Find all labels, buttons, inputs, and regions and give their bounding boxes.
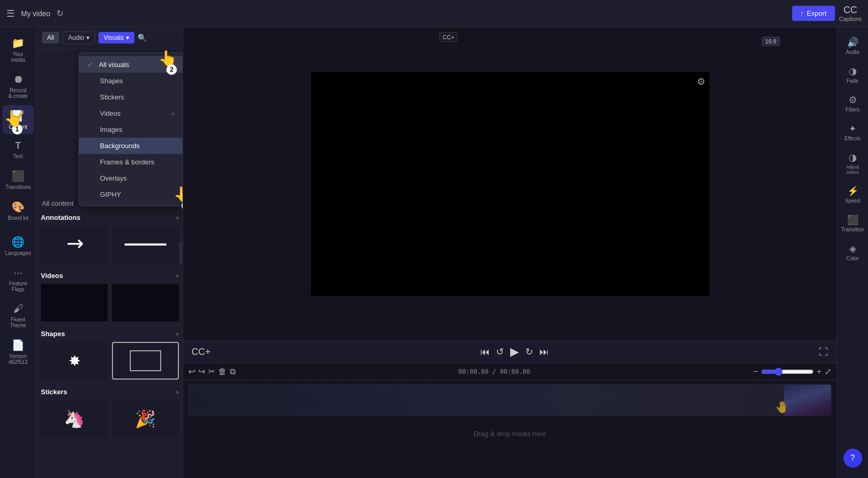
cc-overlay-button[interactable]: CC+ [439, 32, 457, 42]
timeline-tracks: 🤚 Drag & drop media here [183, 380, 837, 478]
skip-start-button[interactable]: ⏮ [480, 347, 490, 358]
panel-collapse-handle[interactable]: ‹ [179, 242, 183, 263]
right-item-fade[interactable]: ◑ Fade [839, 61, 867, 88]
sidebar-item-your-media[interactable]: 📁 Your media [3, 32, 34, 67]
captions-button[interactable]: CC Captions [839, 5, 862, 22]
annotations-title: Annotations [41, 214, 81, 221]
refresh-button[interactable]: ↻ [57, 8, 63, 18]
sidebar-item-languages[interactable]: 🌐 Languages [3, 231, 34, 260]
sidebar-label-version: Version d62f513 [6, 353, 31, 365]
fullscreen-button[interactable]: ⛶ [819, 347, 828, 358]
audio-chevron-icon: ▾ [86, 34, 89, 41]
annotation-thumb-2[interactable] [112, 226, 179, 263]
expand-timeline-button[interactable]: ⤢ [825, 366, 831, 376]
delete-button[interactable]: 🗑 [218, 367, 227, 376]
aspect-ratio-button[interactable]: 16:9 [762, 37, 780, 46]
dropdown-giphy[interactable]: GIPHY [79, 186, 183, 203]
export-icon: ↑ [801, 9, 804, 17]
dropdown-all-visuals[interactable]: ✓ All visuals [79, 56, 183, 73]
sticker-thumb-1[interactable]: 🦄 [41, 400, 108, 438]
dropdown-shapes[interactable]: Shapes [79, 73, 183, 89]
videos-section-arrow-icon[interactable]: › [176, 272, 178, 280]
sidebar-item-brand-kit[interactable]: 🎨 Brand kit [3, 196, 34, 225]
dropdown-frames-borders[interactable]: Frames & borders [79, 154, 183, 170]
zoom-out-button[interactable]: − [753, 367, 758, 376]
dropdown-backgrounds[interactable]: Backgrounds 👆 3 [79, 138, 183, 154]
right-item-adjust-colors[interactable]: ◑ Adjust colors [839, 148, 867, 179]
brand-kit-icon: 🎨 [12, 201, 25, 213]
cut-button[interactable]: ✂ [208, 366, 215, 376]
export-button[interactable]: ↑ Export [792, 6, 835, 21]
panel-search-icon[interactable]: 🔍 [138, 34, 146, 42]
sidebar-item-content[interactable]: 📝 Content [3, 105, 34, 134]
main-track[interactable]: 🤚 [188, 384, 831, 416]
right-item-effects[interactable]: ✦ Effects [839, 119, 867, 146]
dropdown-stickers[interactable]: Stickers [79, 89, 183, 105]
skip-end-button[interactable]: ⏭ [539, 347, 549, 358]
play-button[interactable]: ▶ [510, 345, 519, 359]
video-thumb-1[interactable] [41, 284, 108, 321]
tab-audio[interactable]: Audio ▾ [62, 31, 95, 44]
drag-drop-area[interactable]: Drag & drop media here [188, 418, 831, 449]
transitions-icon: ⬛ [12, 170, 25, 182]
dropdown-overlays[interactable]: Overlays [79, 170, 183, 186]
sidebar-item-version[interactable]: 📄 Version d62f513 [3, 335, 34, 369]
shapes-arrow-icon[interactable]: › [176, 330, 178, 338]
effects-label: Effects [844, 136, 860, 141]
annotation-thumb-1[interactable]: ↙ [41, 226, 108, 263]
video-canvas: ⚙ [311, 72, 709, 296]
lock-button[interactable]: ⧉ [230, 367, 235, 376]
shapes-thumbs: ✸ [41, 342, 178, 380]
video-title: My video [21, 9, 50, 18]
all-content-label: All content [42, 199, 74, 207]
sidebar-item-fluent-theme[interactable]: 🖌 Fluent Theme [3, 298, 34, 332]
sidebar-item-transitions[interactable]: ⬛ Transitions [3, 165, 34, 194]
zoom-slider[interactable] [761, 368, 814, 376]
stickers-thumbs: 🦄 🎉 [41, 400, 178, 438]
dropdown-all-visuals-label: All visuals [99, 61, 129, 69]
videos-title: Videos [41, 272, 63, 280]
right-item-audio[interactable]: 🔊 Audio [839, 32, 867, 59]
your-media-icon: 📁 [12, 37, 25, 49]
sidebar-item-text[interactable]: T Text [3, 136, 34, 163]
redo-button[interactable]: ↪ [198, 366, 205, 376]
dropdown-videos[interactable]: Videos › [79, 105, 183, 121]
right-item-filters[interactable]: ⚙ Filters [839, 90, 867, 117]
speed-icon: ⚡ [847, 185, 859, 197]
dropdown-giphy-label: GIPHY [100, 191, 121, 198]
panel: All Audio ▾ Visuals ▾ 🔍 👆 2 ✓ All visual… [37, 27, 183, 478]
timeline: ↩ ↪ ✂ 🗑 ⧉ 00:00.00 / 00:00.00 − + ⤢ [183, 363, 837, 478]
help-button[interactable]: ? [843, 449, 862, 468]
right-sidebar: 🔊 Audio ◑ Fade ⚙ Filters ✦ Effects ◑ Adj… [837, 27, 868, 478]
cc-button[interactable]: CC+ [191, 347, 211, 358]
shape-thumb-2[interactable] [112, 342, 179, 380]
shape-thumb-1[interactable]: ✸ [41, 342, 108, 380]
dropdown-images[interactable]: Images [79, 121, 183, 138]
annotations-arrow-icon[interactable]: › [176, 214, 178, 221]
sticker-thumb-2[interactable]: 🎉 [112, 400, 179, 438]
video-settings-button[interactable]: ⚙ [697, 76, 705, 87]
dropdown-frames-label: Frames & borders [100, 158, 154, 166]
menu-icon[interactable]: ☰ [6, 8, 15, 19]
zoom-in-button[interactable]: + [817, 367, 821, 376]
right-item-transition[interactable]: ⬛ Transition [839, 210, 867, 237]
right-item-color[interactable]: ◈ Color [839, 239, 867, 265]
tab-all[interactable]: All [42, 32, 59, 43]
help-icon: ? [850, 453, 855, 463]
timeline-time: 00:00.00 / 00:00.00 [458, 368, 530, 375]
sidebar-item-record[interactable]: ⏺ Record& create 👆 1 [3, 69, 34, 103]
topbar: ☰ My video ↻ ↑ Export CC Captions [0, 0, 868, 27]
right-item-speed[interactable]: ⚡ Speed [839, 181, 867, 208]
adjust-colors-icon: ◑ [849, 152, 857, 163]
tab-visuals[interactable]: Visuals ▾ [98, 32, 134, 43]
stickers-arrow-icon[interactable]: › [176, 388, 178, 396]
rewind-button[interactable]: ↺ [496, 346, 504, 358]
undo-button[interactable]: ↩ [188, 366, 195, 376]
video-thumb-2[interactable] [112, 284, 179, 321]
section-shapes: Shapes › ✸ [41, 330, 178, 380]
section-annotations: Annotations › ↙ [41, 214, 178, 263]
text-icon: T [15, 140, 21, 151]
sidebar-item-feature-flags[interactable]: ··· Feature Flags [3, 262, 34, 296]
forward-button[interactable]: ↻ [525, 346, 533, 358]
transition-icon: ⬛ [847, 214, 859, 226]
